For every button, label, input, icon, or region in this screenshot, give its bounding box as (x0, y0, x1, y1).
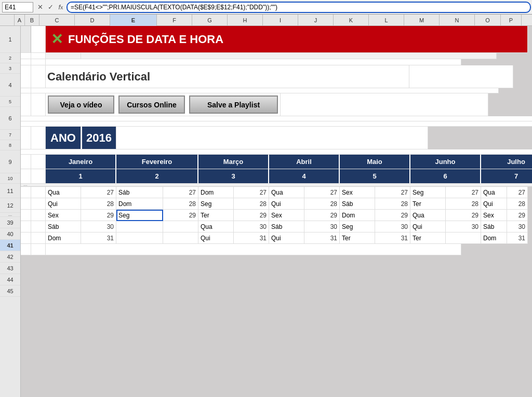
cell-p41[interactable]: 29 (507, 210, 528, 221)
cell-n39[interactable]: 27 (446, 187, 481, 198)
cell-e39[interactable]: Sáb (116, 187, 163, 198)
cell-m43[interactable]: Ter (410, 232, 446, 244)
col-header-j[interactable]: J (298, 15, 334, 26)
cell-a4[interactable] (21, 65, 31, 88)
cell-h39[interactable]: 27 (234, 187, 269, 198)
col-header-c[interactable]: C (39, 15, 75, 26)
cell-a9[interactable] (21, 127, 31, 149)
row-num-43[interactable]: 43 (0, 263, 20, 274)
cell-g40[interactable]: Seg (198, 198, 234, 210)
cell-k39[interactable]: Sex (340, 187, 375, 198)
cell-e43[interactable] (116, 232, 163, 244)
cancel-icon[interactable]: ✕ (35, 3, 45, 12)
cell-g42[interactable]: Qua (198, 221, 234, 232)
cell-l41[interactable]: 29 (375, 210, 410, 221)
cell-b4[interactable] (31, 65, 46, 88)
col-header-f[interactable]: F (157, 15, 192, 26)
cell-a12[interactable] (21, 169, 31, 184)
cell-m42[interactable]: Qui (410, 221, 446, 232)
cell-n41[interactable]: 29 (446, 210, 481, 221)
confirm-icon[interactable]: ✓ (46, 3, 55, 12)
watch-video-button[interactable]: Veja o vídeo (48, 95, 114, 114)
cell-m41[interactable]: Qua (410, 210, 446, 221)
cell-g39[interactable]: Dom (198, 187, 234, 198)
cell-k41[interactable]: Dom (340, 210, 375, 221)
col-header-e[interactable]: E (110, 15, 157, 26)
cell-c42[interactable]: Sáb (46, 221, 81, 232)
cell-e40[interactable]: Dom (116, 198, 163, 210)
btn-cell-2[interactable]: Cursos Online (116, 93, 187, 116)
save-playlist-button[interactable]: Salve a Playlist (189, 95, 278, 114)
cell-a1[interactable] (21, 26, 31, 53)
row-num-2[interactable]: 2 (0, 53, 20, 63)
cell-n42[interactable]: 30 (446, 221, 481, 232)
cell-c43[interactable]: Dom (46, 232, 81, 244)
cell-i39[interactable]: Qua (269, 187, 304, 198)
cell-ano-label[interactable]: ANO (46, 127, 81, 149)
btn-cell-3[interactable]: Salve a Playlist (187, 93, 281, 116)
col-header-n[interactable]: N (440, 15, 475, 26)
row-num-44[interactable]: 44 (0, 274, 20, 285)
col-header-h[interactable]: H (228, 15, 263, 26)
cell-m39[interactable]: Seg (410, 187, 446, 198)
cell-ano-value[interactable]: 2016 (81, 127, 116, 149)
cell-k43[interactable]: Ter (340, 232, 375, 244)
cell-f42[interactable] (163, 221, 198, 232)
col-header-i[interactable]: I (263, 15, 298, 26)
cell-o39[interactable]: Qua (481, 187, 507, 198)
cell-i42[interactable]: Sáb (269, 221, 304, 232)
row-num-6[interactable]: 6 (0, 107, 20, 130)
col-header-d[interactable]: D (75, 15, 110, 26)
cell-f40[interactable]: 28 (163, 198, 198, 210)
cell-j43[interactable]: 31 (304, 232, 340, 244)
cell-o40[interactable]: Qui (481, 198, 507, 210)
cell-k40[interactable]: Sáb (340, 198, 375, 210)
row-num-40[interactable]: 40 (0, 228, 20, 240)
row-num-1[interactable]: 1 (0, 26, 20, 53)
col-header-m[interactable]: M (404, 15, 440, 26)
cell-c40[interactable]: Qui (46, 198, 81, 210)
cell-h42[interactable]: 30 (234, 221, 269, 232)
row-num-5[interactable]: 5 (0, 97, 20, 107)
cell-h41[interactable]: 29 (234, 210, 269, 221)
cell-n43[interactable] (446, 232, 481, 244)
cell-p43[interactable]: 31 (507, 232, 528, 244)
row-num-10[interactable]: 10 (0, 173, 20, 184)
col-header-l[interactable]: L (369, 15, 404, 26)
cell-f43[interactable] (163, 232, 198, 244)
cell-d41[interactable]: 29 (81, 210, 116, 221)
cell-k42[interactable]: Seg (340, 221, 375, 232)
cell-o42[interactable]: Sáb (481, 221, 507, 232)
col-header-o[interactable]: O (475, 15, 501, 26)
cell-b3[interactable] (31, 59, 46, 65)
cell-l39[interactable]: 27 (375, 187, 410, 198)
formula-input[interactable]: =SE(F41<>"";PRI.MAIÚSCULA(TEXTO(DATA($E$… (68, 3, 530, 12)
cell-b12[interactable] (31, 169, 46, 184)
cell-f41[interactable]: 29 (163, 210, 198, 221)
row-num-3[interactable]: 3 (0, 63, 20, 74)
cell-i41[interactable]: Sex (269, 210, 304, 221)
row-num-39[interactable]: 39 (0, 217, 20, 228)
cell-e41[interactable]: Seg (116, 210, 163, 221)
row-num-41[interactable]: 41 (0, 240, 20, 251)
cell-p40[interactable]: 28 (507, 198, 528, 210)
cell-i40[interactable]: Qui (269, 198, 304, 210)
row-num-45[interactable]: 45 (0, 285, 20, 297)
cell-j40[interactable]: 28 (304, 198, 340, 210)
cell-j41[interactable]: 29 (304, 210, 340, 221)
cell-d39[interactable]: 27 (81, 187, 116, 198)
cell-e42[interactable] (116, 221, 163, 232)
row-num-42[interactable]: 42 (0, 251, 20, 263)
row-num-11[interactable]: 11 (0, 184, 20, 198)
cell-c41[interactable]: Sex (46, 210, 81, 221)
col-header-a[interactable]: A (15, 15, 25, 26)
cell-m40[interactable]: Ter (410, 198, 446, 210)
row-num-12[interactable]: 12 (0, 198, 20, 213)
cell-b6[interactable] (31, 93, 46, 116)
col-header-g[interactable]: G (192, 15, 228, 26)
cell-d40[interactable]: 28 (81, 198, 116, 210)
cell-i43[interactable]: Qui (269, 232, 304, 244)
cell-j39[interactable]: 27 (304, 187, 340, 198)
cell-b9[interactable] (31, 127, 46, 149)
cell-g41[interactable]: Ter (198, 210, 234, 221)
